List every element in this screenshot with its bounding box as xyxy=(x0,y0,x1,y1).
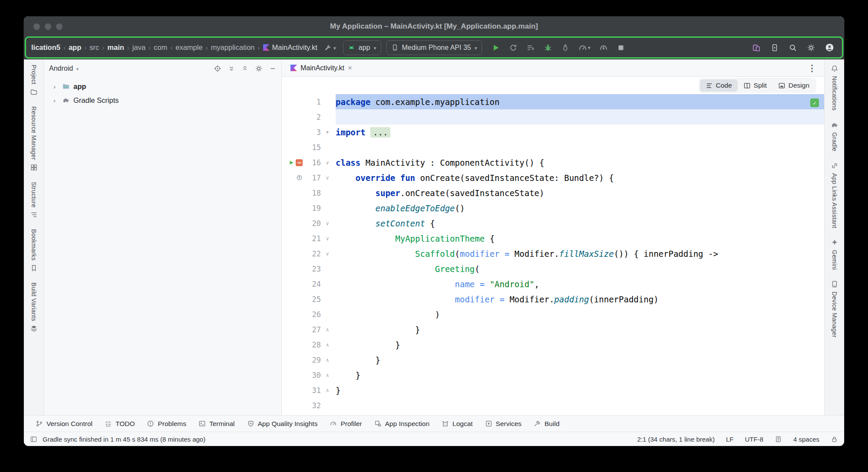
close-button[interactable] xyxy=(33,23,40,30)
tool-window-button-terminal[interactable]: Terminal xyxy=(193,416,241,432)
panel-settings-icon[interactable] xyxy=(255,65,263,72)
editor-gutter[interactable]: 18 xyxy=(282,185,336,200)
code-text[interactable]: } xyxy=(336,322,824,337)
code-text[interactable]: setContent { xyxy=(336,216,824,231)
code-text[interactable]: enableEdgeToEdge() xyxy=(336,200,824,216)
tool-window-tab-gradle[interactable]: Gradle xyxy=(831,121,838,151)
inspections-icon[interactable] xyxy=(775,436,782,443)
editor-gutter[interactable]: 31∧ xyxy=(282,383,336,398)
line-number[interactable]: 1 xyxy=(303,98,321,106)
line-separator-widget[interactable]: LF xyxy=(726,436,734,443)
settings-button[interactable] xyxy=(806,43,816,53)
expand-all-icon[interactable] xyxy=(228,65,235,72)
line-number[interactable]: 22 xyxy=(303,249,321,258)
apply-code-changes-button[interactable] xyxy=(525,43,536,53)
editor-gutter[interactable]: 17∨ xyxy=(282,170,336,185)
tool-window-button-logcat[interactable]: Logcat xyxy=(436,416,479,432)
collapse-all-icon[interactable] xyxy=(241,65,248,72)
breadcrumb-item-java[interactable]: java xyxy=(132,43,145,52)
editor-gutter[interactable]: 2 xyxy=(282,109,336,125)
profile-low-overhead-button[interactable] xyxy=(598,43,609,53)
breadcrumb-item-com[interactable]: com xyxy=(154,43,167,52)
tools-dropdown[interactable]: ▾ xyxy=(323,42,338,53)
tool-window-button-app-quality-insights[interactable]: App Quality Insights xyxy=(241,416,323,432)
breadcrumb-item-mainactivity-kt[interactable]: MainActivity.kt xyxy=(263,43,317,52)
account-avatar[interactable] xyxy=(824,42,835,53)
minimize-button[interactable] xyxy=(45,23,51,30)
code-editor[interactable]: 1package com.example.myapplication23+imp… xyxy=(282,94,824,415)
line-number[interactable]: 2 xyxy=(303,113,321,121)
line-number[interactable]: 30 xyxy=(303,371,321,380)
breadcrumb-item-lication5[interactable]: lication5 xyxy=(31,43,60,52)
tool-windows-icon[interactable] xyxy=(30,436,37,443)
line-number[interactable]: 18 xyxy=(303,189,321,197)
editor-tab-mainactivity[interactable]: MainActivity.kt × xyxy=(284,59,358,76)
breadcrumb-item-app[interactable]: app xyxy=(69,43,81,52)
stop-button[interactable] xyxy=(616,43,626,53)
code-text[interactable]: super.onCreate(savedInstanceState) xyxy=(336,185,824,200)
editor-gutter[interactable]: 25 xyxy=(282,292,336,307)
editor-gutter[interactable]: 32 xyxy=(282,398,336,413)
tool-window-tab-bookmarks[interactable]: Bookmarks xyxy=(30,229,38,272)
fold-marker[interactable]: ∧ xyxy=(321,342,334,348)
run-gutter-icon[interactable] xyxy=(288,160,294,166)
line-number[interactable]: 15 xyxy=(303,143,321,152)
code-text[interactable]: } xyxy=(336,383,824,398)
profiler-button[interactable]: ▾ xyxy=(578,43,591,53)
code-text[interactable]: modifier = Modifier.padding(innerPadding… xyxy=(336,292,824,307)
line-number[interactable]: 28 xyxy=(303,341,321,349)
fold-marker[interactable]: + xyxy=(321,129,334,135)
tool-window-button-build[interactable]: Build xyxy=(528,416,565,432)
fold-marker[interactable]: ∧ xyxy=(321,327,334,333)
code-text[interactable] xyxy=(336,140,824,155)
more-options-icon[interactable]: ⋮ xyxy=(808,64,822,72)
tool-window-button-version-control[interactable]: Version Control xyxy=(30,416,98,432)
tool-window-tab-project[interactable]: Project xyxy=(30,65,38,96)
code-text[interactable]: import ... xyxy=(336,125,824,140)
line-number[interactable]: 20 xyxy=(303,219,321,228)
apply-changes-button[interactable] xyxy=(508,43,518,53)
editor-gutter[interactable]: 29∧ xyxy=(282,352,336,367)
run-button[interactable] xyxy=(491,43,501,53)
zoom-button[interactable] xyxy=(56,23,63,30)
line-number[interactable]: 21 xyxy=(303,234,321,243)
breadcrumb-item-main[interactable]: main xyxy=(107,43,124,52)
breadcrumb-item-src[interactable]: src xyxy=(89,43,99,52)
code-text[interactable]: } xyxy=(336,352,824,367)
editor-gutter[interactable]: 1 xyxy=(282,94,336,109)
tool-window-tab-resource-manager[interactable]: Resource Manager xyxy=(30,106,38,171)
tool-window-button-todo[interactable]: TODO xyxy=(99,416,141,432)
editor-gutter[interactable]: 27∧ xyxy=(282,322,336,337)
close-tab-icon[interactable]: × xyxy=(348,64,352,72)
line-number[interactable]: 27 xyxy=(303,325,321,334)
tool-window-button-problems[interactable]: Problems xyxy=(141,416,191,432)
line-number[interactable]: 3 xyxy=(303,128,321,137)
fold-marker[interactable]: ∨ xyxy=(321,175,334,181)
project-view-select[interactable]: Android ▾ xyxy=(49,65,79,72)
code-text[interactable]: MyApplicationTheme { xyxy=(336,231,824,246)
line-number[interactable]: 24 xyxy=(303,280,321,288)
line-number[interactable]: 29 xyxy=(303,356,321,364)
fold-marker[interactable]: ∧ xyxy=(321,387,334,393)
tool-window-button-app-inspection[interactable]: App Inspection xyxy=(369,416,436,432)
compose-gutter-icon[interactable]: <> xyxy=(296,159,303,166)
device-select[interactable]: Medium Phone API 35 ▾ xyxy=(386,40,482,55)
code-text[interactable]: Greeting( xyxy=(336,261,824,276)
chevron-right-icon[interactable]: › xyxy=(53,97,59,104)
fold-marker[interactable]: ∨ xyxy=(321,220,334,226)
line-number[interactable]: 32 xyxy=(303,401,321,410)
encoding-widget[interactable]: UTF-8 xyxy=(745,436,763,443)
line-number[interactable]: 26 xyxy=(303,310,321,319)
code-text[interactable] xyxy=(336,398,824,413)
code-text[interactable]: name = "Android", xyxy=(336,276,824,292)
tree-node-gradle-scripts[interactable]: ›Gradle Scripts xyxy=(44,93,281,107)
lock-icon[interactable] xyxy=(831,436,838,443)
code-text[interactable] xyxy=(336,109,824,125)
editor-gutter[interactable]: 23 xyxy=(282,261,336,276)
code-text[interactable]: } xyxy=(336,337,824,352)
editor-gutter[interactable]: 22∨ xyxy=(282,246,336,261)
line-number[interactable]: 19 xyxy=(303,204,321,213)
tool-window-button-profiler[interactable]: Profiler xyxy=(324,416,367,432)
run-configuration-select[interactable]: app ▾ xyxy=(343,40,381,55)
line-number[interactable]: 16 xyxy=(303,158,321,167)
